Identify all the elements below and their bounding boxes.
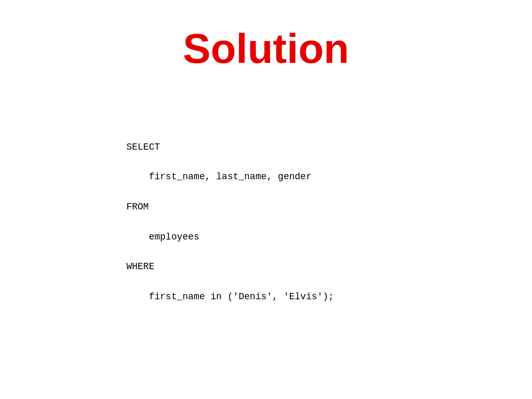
page-container: Solution SELECT first_name, last_name, g…: [0, 0, 532, 399]
code-line-1: SELECT: [126, 142, 160, 152]
code-line-3: FROM: [126, 202, 149, 212]
page-title: Solution: [0, 25, 532, 73]
code-line-6: first_name in ('Denis', 'Elvis');: [126, 291, 334, 302]
code-line-4: employees: [126, 232, 199, 242]
code-block: SELECT first_name, last_name, gender FRO…: [104, 125, 334, 319]
code-line-5: WHERE: [126, 261, 154, 272]
code-line-2: first_name, last_name, gender: [126, 171, 311, 182]
